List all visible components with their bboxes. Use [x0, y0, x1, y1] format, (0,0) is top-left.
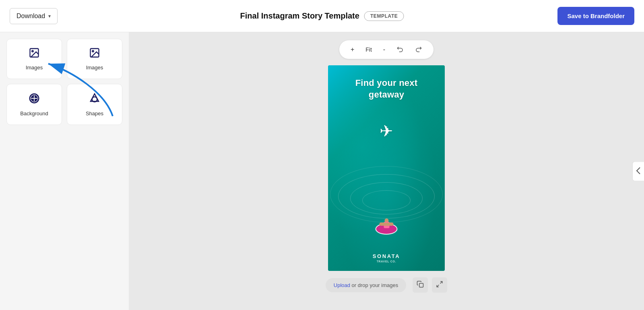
template-badge: TEMPLATE [364, 11, 404, 21]
download-button[interactable]: Download ▾ [10, 8, 58, 24]
airplane-icon: ✈ [380, 122, 393, 140]
fit-button[interactable]: Fit [361, 44, 377, 55]
shapes-icon [89, 92, 101, 107]
sidebar-card-background[interactable]: Background [6, 84, 62, 125]
floatie-person [372, 212, 400, 235]
header-left: Download ▾ [10, 8, 58, 24]
download-label: Download [17, 12, 45, 20]
save-to-brandfolder-button[interactable]: Save to Brandfolder [557, 7, 634, 25]
expand-button[interactable] [432, 277, 447, 293]
header-center: Final Instagram Story Template TEMPLATE [240, 11, 404, 21]
sidebar: JPG PDF PNG [0, 32, 129, 310]
background-label: Background [20, 110, 48, 117]
svg-point-4 [92, 50, 94, 52]
upload-text: or drop your images [352, 282, 398, 288]
upload-bar: Upload or drop your images [326, 277, 447, 293]
person-silhouette [380, 218, 394, 231]
sidebar-card-images-2[interactable]: Images [67, 39, 122, 79]
chevron-down-icon: ▾ [48, 13, 51, 19]
background-icon [28, 92, 40, 107]
copy-button[interactable] [413, 277, 428, 293]
header: Download ▾ Final Instagram Story Templat… [0, 0, 644, 32]
canvas-area: + Fit - [129, 32, 644, 310]
sidebar-bottom-row: Background Shapes [6, 84, 122, 125]
images2-icon [89, 47, 100, 61]
upload-actions [413, 277, 447, 293]
document-title: Final Instagram Story Template [240, 11, 359, 21]
images-icon [29, 47, 40, 61]
right-panel-collapse-button[interactable] [632, 161, 644, 181]
canvas-toolbar: + Fit - [339, 40, 433, 59]
zoom-in-button[interactable]: + [346, 44, 359, 56]
brand-name: SONATA TRAVEL CO. [328, 253, 445, 263]
images-label: Images [26, 64, 43, 71]
redo-button[interactable] [410, 43, 427, 56]
sidebar-card-shapes[interactable]: Shapes [67, 84, 122, 125]
undo-button[interactable] [392, 43, 409, 56]
svg-point-2 [32, 50, 33, 52]
brand-text: SONATA [373, 253, 400, 259]
svg-line-7 [440, 281, 442, 283]
sidebar-top-row: Images Images [6, 39, 122, 79]
upload-link[interactable]: Upload [334, 282, 350, 288]
brand-sub: TRAVEL CO. [328, 260, 445, 263]
svg-line-8 [437, 285, 439, 287]
upload-pill: Upload or drop your images [326, 278, 406, 292]
images2-label: Images [86, 64, 103, 71]
sidebar-card-images[interactable]: Images [6, 39, 62, 79]
main-area: JPG PDF PNG [0, 32, 644, 310]
svg-rect-6 [419, 283, 423, 287]
zoom-out-button[interactable]: - [378, 44, 390, 56]
canvas-preview[interactable]: Find your nextgetaway ✈ [328, 65, 445, 271]
person-arms [380, 223, 394, 226]
canvas-main-text: Find your nextgetaway [328, 77, 445, 100]
canvas-text-overlay: Find your nextgetaway [328, 77, 445, 100]
shapes-label: Shapes [86, 110, 103, 117]
